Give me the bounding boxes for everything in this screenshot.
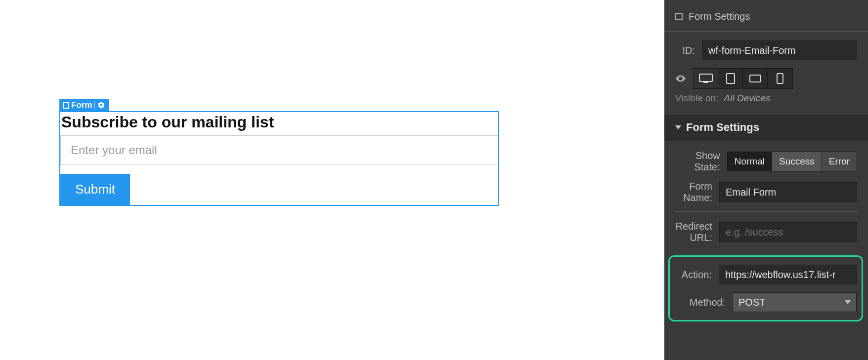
device-visibility-strip: [693, 68, 793, 89]
form-name-input[interactable]: [719, 182, 857, 202]
show-state-label: Show State:: [675, 150, 720, 173]
caret-down-icon: [675, 125, 681, 129]
visibility-eye-icon: [675, 73, 686, 84]
selection-settings-button[interactable]: [94, 101, 108, 109]
selection-tag[interactable]: Form: [59, 99, 109, 111]
gear-icon: [97, 101, 105, 109]
visible-on-label: Visible on:: [675, 93, 718, 103]
email-input[interactable]: [60, 135, 498, 165]
action-label: Action:: [670, 269, 712, 280]
device-phone-button[interactable]: [768, 69, 792, 88]
panel-header: Form Settings: [664, 0, 868, 32]
show-state-error-button[interactable]: Error: [822, 152, 857, 171]
id-label: ID:: [675, 45, 695, 56]
form-square-icon: [60, 102, 71, 109]
svg-rect-2: [727, 74, 735, 83]
selection-tag-label: Form: [71, 100, 92, 110]
submit-button[interactable]: Submit: [60, 174, 130, 205]
device-tablet-button[interactable]: [718, 69, 743, 88]
show-state-group: Normal Success Error: [727, 152, 857, 171]
form-name-label: Form Name:: [675, 181, 712, 203]
action-input[interactable]: [719, 265, 857, 284]
panel-header-title: Form Settings: [689, 11, 750, 22]
show-state-normal-button[interactable]: Normal: [728, 152, 772, 171]
id-input[interactable]: [702, 40, 857, 60]
action-method-highlight: Action: Method:: [668, 255, 863, 321]
device-tablet-icon: [726, 73, 735, 84]
settings-panel: Form Settings ID:: [664, 0, 868, 360]
redirect-url-input[interactable]: [719, 222, 857, 242]
show-state-success-button[interactable]: Success: [772, 152, 822, 171]
device-landscape-icon: [749, 75, 761, 82]
device-landscape-button[interactable]: [743, 69, 768, 88]
svg-rect-1: [703, 82, 708, 83]
svg-rect-0: [699, 74, 712, 81]
visible-on-value: All Devices: [724, 93, 771, 103]
form-square-icon: [675, 13, 683, 20]
designer-canvas[interactable]: Form Subscribe to our mailing list Submi…: [0, 0, 664, 360]
redirect-url-label: Redirect URL:: [675, 221, 712, 243]
svg-rect-3: [750, 75, 761, 82]
device-desktop-button[interactable]: [694, 69, 718, 88]
method-value[interactable]: [732, 292, 857, 312]
method-select[interactable]: [732, 292, 857, 312]
device-phone-icon: [777, 73, 783, 84]
section-title: Form Settings: [686, 121, 759, 134]
method-label: Method:: [670, 297, 725, 308]
form-heading: Subscribe to our mailing list: [60, 112, 498, 135]
form-block[interactable]: Subscribe to our mailing list Submit: [59, 111, 499, 206]
svg-rect-4: [777, 74, 783, 83]
form-settings-section-header[interactable]: Form Settings: [664, 114, 868, 141]
divider: [675, 211, 857, 212]
device-desktop-icon: [699, 74, 713, 83]
